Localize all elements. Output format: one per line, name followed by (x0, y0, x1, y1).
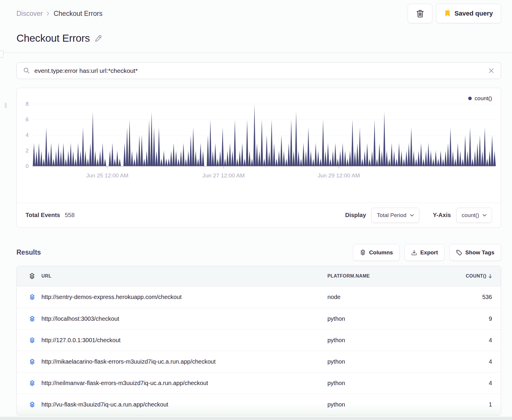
yaxis-label: Y-Axis (433, 212, 451, 219)
svg-text:0: 0 (26, 163, 29, 169)
row-platform: python (327, 380, 436, 387)
results-actions: Columns Export Show Tags (353, 244, 501, 261)
stack-icon[interactable] (23, 337, 41, 343)
chart-footer: Total Events 558 Display Total Period Y-… (17, 203, 501, 227)
stack-icon (23, 273, 41, 279)
stack-icon (360, 249, 366, 256)
show-tags-button-label: Show Tags (465, 249, 494, 256)
display-dropdown[interactable]: Total Period (371, 208, 419, 223)
row-platform: python (327, 337, 436, 344)
row-platform: node (327, 294, 436, 300)
chart-legend[interactable]: count() (468, 95, 492, 102)
column-header-count[interactable]: COUNT() (436, 273, 492, 279)
row-platform: python (327, 401, 436, 408)
results-heading: Results (16, 248, 41, 256)
chevron-right-icon (47, 11, 49, 16)
table-row[interactable]: http://mikaelacarino-flask-errors-m3uuiz… (17, 351, 501, 372)
saved-query-label: Saved query (454, 10, 493, 17)
row-url: http://localhost:3003/checkout (41, 315, 327, 322)
search-icon (23, 67, 30, 74)
row-count: 4 (436, 380, 492, 387)
row-count: 536 (436, 294, 492, 300)
columns-button-label: Columns (369, 249, 393, 256)
export-button-label: Export (420, 249, 438, 256)
total-events-label: Total Events (26, 212, 60, 219)
display-label: Display (345, 212, 366, 219)
table-header-row: URL PLATFORM.NAME COUNT() (17, 266, 501, 286)
table-row[interactable]: http://localhost:3003/checkout python 9 (17, 308, 501, 329)
table-row[interactable]: http://neilmanvar-flask-errors-m3uuizd7i… (17, 372, 501, 394)
columns-button[interactable]: Columns (353, 244, 400, 261)
search-input[interactable] (34, 67, 484, 74)
table-row[interactable]: http://vu-flask-m3uuizd7iq-uc.a.run.app/… (17, 394, 501, 415)
breadcrumb: Discover Checkout Errors (16, 10, 103, 18)
saved-query-button[interactable]: Saved query (436, 4, 501, 23)
stack-icon[interactable] (23, 316, 41, 322)
row-count: 1 (436, 401, 492, 408)
yaxis-dropdown[interactable]: count() (456, 208, 492, 223)
chevron-down-icon (410, 214, 414, 216)
stack-icon[interactable] (23, 294, 41, 300)
edit-title-icon[interactable] (94, 34, 102, 42)
show-tags-button[interactable]: Show Tags (449, 244, 501, 261)
row-url: http://mikaelacarino-flask-errors-m3uuiz… (41, 358, 327, 365)
svg-text:Jun 27 12:00 AM: Jun 27 12:00 AM (203, 172, 245, 179)
stack-icon[interactable] (23, 359, 41, 365)
column-header-url[interactable]: URL (41, 273, 327, 279)
collapsed-panel-handle[interactable] (0, 51, 4, 58)
chart-card: count() 02468Jun 25 12:00 AMJun 27 12:00… (16, 88, 501, 228)
tag-icon (456, 250, 462, 256)
stack-icon[interactable] (23, 380, 41, 386)
top-actions: Saved query (408, 4, 501, 23)
legend-label: count() (475, 95, 492, 102)
breadcrumb-current: Checkout Errors (53, 10, 102, 18)
chevron-down-icon (483, 214, 486, 216)
delete-query-button[interactable] (408, 4, 432, 23)
row-count: 9 (436, 315, 492, 322)
svg-text:Jun 29 12:00 AM: Jun 29 12:00 AM (318, 172, 360, 179)
table-row[interactable]: http://sentry-demos-express.herokuapp.co… (17, 286, 501, 308)
row-platform: python (327, 315, 436, 322)
row-count: 4 (436, 337, 492, 344)
legend-dot-icon (468, 97, 472, 100)
row-platform: python (327, 358, 436, 365)
row-count: 4 (436, 358, 492, 365)
table-body: http://sentry-demos-express.herokuapp.co… (17, 286, 501, 415)
clear-search-icon[interactable] (488, 68, 494, 74)
svg-text:6: 6 (26, 117, 29, 122)
row-url: http://neilmanvar-flask-errors-m3uuizd7i… (41, 380, 327, 387)
results-table: URL PLATFORM.NAME COUNT() http://sentry-… (16, 266, 501, 415)
page-title: Checkout Errors (16, 32, 90, 44)
svg-text:8: 8 (26, 101, 29, 107)
section-divider (0, 53, 512, 53)
bookmark-icon (444, 10, 451, 17)
viewport-bottom-edge (0, 417, 512, 420)
panel-drag-handle[interactable] (5, 103, 7, 108)
row-url: http://vu-flask-m3uuizd7iq-uc.a.run.app/… (41, 401, 327, 408)
svg-text:4: 4 (26, 132, 29, 138)
svg-text:Jun 25 12:00 AM: Jun 25 12:00 AM (86, 172, 128, 179)
table-row[interactable]: http://127.0.0.1:3001/checkout python 4 (17, 329, 501, 351)
svg-text:2: 2 (26, 148, 29, 154)
display-dropdown-value: Total Period (377, 212, 406, 219)
export-button[interactable]: Export (404, 244, 445, 261)
column-header-platform[interactable]: PLATFORM.NAME (327, 273, 436, 279)
download-icon (411, 250, 417, 256)
events-area-chart[interactable]: 02468Jun 25 12:00 AMJun 27 12:00 AMJun 2… (17, 98, 501, 203)
breadcrumb-discover[interactable]: Discover (16, 10, 43, 18)
top-bar: Discover Checkout Errors (16, 0, 501, 23)
yaxis-dropdown-value: count() (462, 212, 479, 219)
row-url: http://127.0.0.1:3001/checkout (41, 337, 327, 344)
search-bar[interactable] (16, 62, 501, 79)
total-events-value: 558 (65, 212, 74, 219)
count-header-label: COUNT() (466, 273, 486, 279)
sort-desc-icon (488, 274, 492, 278)
row-url: http://sentry-demos-express.herokuapp.co… (41, 294, 327, 300)
stack-icon[interactable] (23, 401, 41, 408)
trash-icon (416, 10, 424, 18)
